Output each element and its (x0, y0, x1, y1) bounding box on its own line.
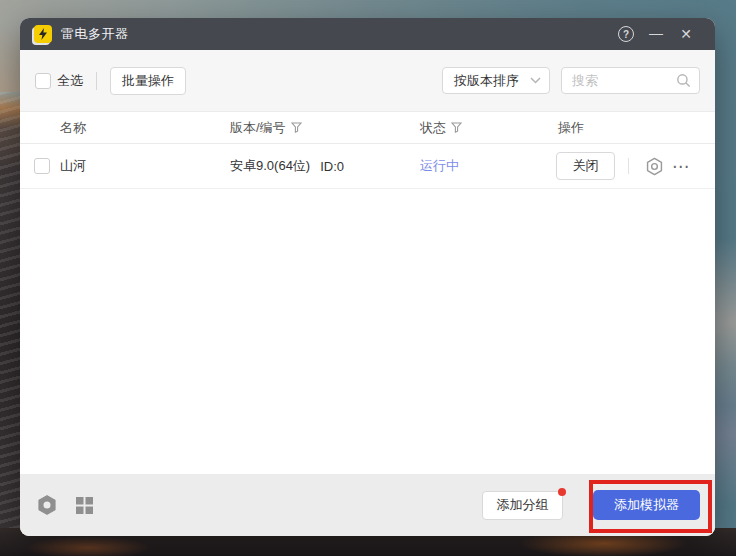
table-row: 山河 安卓9.0(64位) ID:0 运行中 关闭 ⋯ (20, 144, 715, 189)
sort-dropdown-value: 按版本排序 (454, 72, 530, 90)
more-menu-button[interactable]: ⋯ (672, 156, 691, 177)
lightning-bolt-icon (38, 28, 48, 40)
footer: 添加分组 添加模拟器 (20, 474, 715, 536)
search-input[interactable] (572, 73, 676, 88)
instance-id: ID:0 (320, 159, 344, 174)
sort-dropdown[interactable]: 按版本排序 (442, 67, 550, 94)
column-header-name: 名称 (60, 112, 86, 143)
instance-actions: 关闭 ⋯ (556, 144, 691, 188)
grid-view-button[interactable] (72, 493, 96, 517)
toolbar-divider (96, 72, 97, 90)
instance-version-cell: 安卓9.0(64位) ID:0 (230, 144, 344, 188)
settings-button[interactable] (35, 493, 59, 517)
close-button[interactable]: ✕ (671, 18, 701, 50)
notification-dot (558, 488, 566, 496)
search-icon[interactable] (676, 73, 691, 88)
close-instance-button[interactable]: 关闭 (556, 152, 615, 180)
minimize-button[interactable]: — (641, 18, 671, 50)
instance-settings-button[interactable] (642, 154, 666, 178)
more-icon: ⋯ (672, 157, 691, 176)
column-header-action: 操作 (558, 112, 584, 143)
titlebar: 雷电多开器 ? — ✕ (20, 18, 715, 50)
filter-icon[interactable] (291, 122, 302, 133)
column-header-status: 状态 (420, 112, 462, 143)
help-icon: ? (618, 26, 634, 42)
select-all-checkbox[interactable] (35, 73, 51, 89)
instance-status: 运行中 (420, 144, 459, 188)
search-box (561, 67, 700, 94)
instance-version: 安卓9.0(64位) (230, 157, 310, 175)
gear-icon (645, 157, 664, 176)
add-group-button[interactable]: 添加分组 (482, 491, 563, 520)
close-icon: ✕ (680, 26, 692, 42)
table-header: 名称 版本/编号 状态 操作 (20, 111, 715, 144)
toolbar: 全选 批量操作 按版本排序 (20, 50, 715, 111)
row-checkbox[interactable] (34, 158, 50, 174)
desktop-wallpaper-rocks-left (0, 92, 22, 556)
filter-icon[interactable] (451, 122, 462, 133)
add-emulator-button[interactable]: 添加模拟器 (593, 490, 700, 520)
instance-name: 山河 (60, 144, 86, 188)
window-title: 雷电多开器 (61, 25, 129, 43)
add-group-label: 添加分组 (497, 496, 549, 514)
select-all-label[interactable]: 全选 (57, 72, 83, 90)
gear-icon (36, 494, 58, 516)
ldplayer-multi-instance-window: 雷电多开器 ? — ✕ 全选 批量操作 按版本排序 (20, 18, 715, 536)
action-divider (628, 158, 629, 174)
grid-icon (75, 496, 94, 515)
help-button[interactable]: ? (611, 18, 641, 50)
app-logo-icon (34, 25, 52, 43)
batch-operation-button[interactable]: 批量操作 (110, 67, 186, 95)
column-header-version: 版本/编号 (230, 112, 302, 143)
instance-list-empty-area (20, 189, 715, 474)
chevron-down-icon (530, 77, 541, 84)
minimize-icon: — (649, 25, 663, 41)
